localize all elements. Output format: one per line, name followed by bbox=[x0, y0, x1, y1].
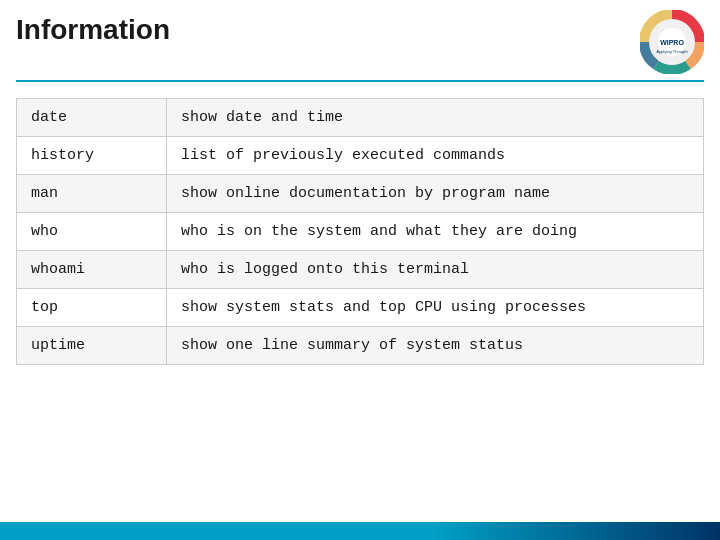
description-cell: list of previously executed commands bbox=[167, 137, 704, 175]
command-cell: history bbox=[17, 137, 167, 175]
command-cell: uptime bbox=[17, 327, 167, 365]
description-cell: show system stats and top CPU using proc… bbox=[167, 289, 704, 327]
table-row: manshow online documentation by program … bbox=[17, 175, 704, 213]
command-cell: date bbox=[17, 99, 167, 137]
table-row: topshow system stats and top CPU using p… bbox=[17, 289, 704, 327]
command-cell: whoami bbox=[17, 251, 167, 289]
table-row: historylist of previously executed comma… bbox=[17, 137, 704, 175]
wipro-logo: WIPRO Applying Thought bbox=[640, 10, 704, 74]
svg-text:WIPRO: WIPRO bbox=[660, 39, 684, 46]
bottom-bar bbox=[0, 522, 720, 540]
table-row: whoamiwho is logged onto this terminal bbox=[17, 251, 704, 289]
command-cell: man bbox=[17, 175, 167, 213]
svg-text:Applying Thought: Applying Thought bbox=[656, 49, 688, 54]
table-row: whowho is on the system and what they ar… bbox=[17, 213, 704, 251]
table-row: uptimeshow one line summary of system st… bbox=[17, 327, 704, 365]
header-divider bbox=[16, 80, 704, 82]
description-cell: show online documentation by program nam… bbox=[167, 175, 704, 213]
table-row: dateshow date and time bbox=[17, 99, 704, 137]
description-cell: who is logged onto this terminal bbox=[167, 251, 704, 289]
command-cell: top bbox=[17, 289, 167, 327]
description-cell: show date and time bbox=[167, 99, 704, 137]
page-header: Information WIPRO Applying Thought bbox=[0, 0, 720, 80]
page-title: Information bbox=[16, 14, 170, 46]
logo-container: WIPRO Applying Thought bbox=[640, 10, 704, 74]
commands-table: dateshow date and timehistorylist of pre… bbox=[16, 98, 704, 365]
description-cell: who is on the system and what they are d… bbox=[167, 213, 704, 251]
commands-table-container: dateshow date and timehistorylist of pre… bbox=[16, 98, 704, 365]
command-cell: who bbox=[17, 213, 167, 251]
description-cell: show one line summary of system status bbox=[167, 327, 704, 365]
